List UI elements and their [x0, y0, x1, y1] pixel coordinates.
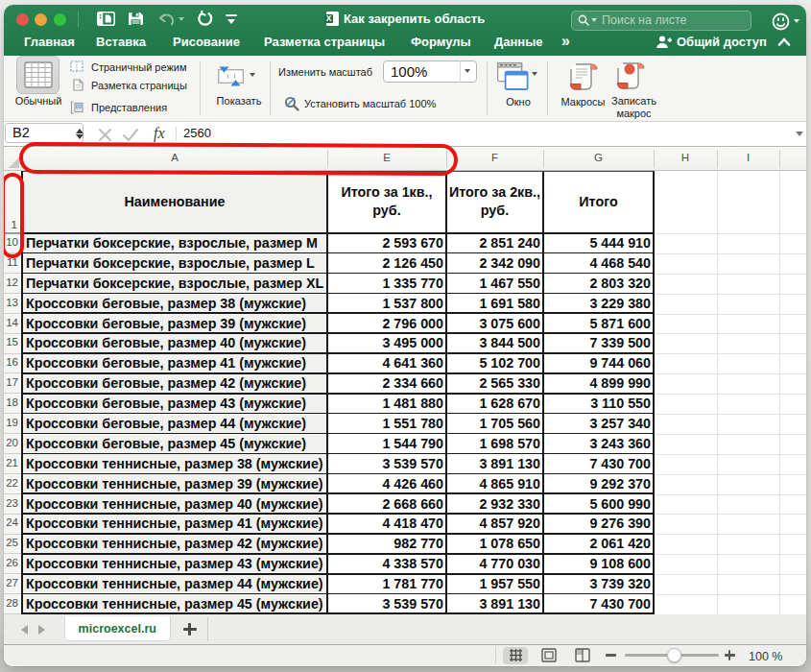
svg-text:X: X [326, 13, 332, 23]
